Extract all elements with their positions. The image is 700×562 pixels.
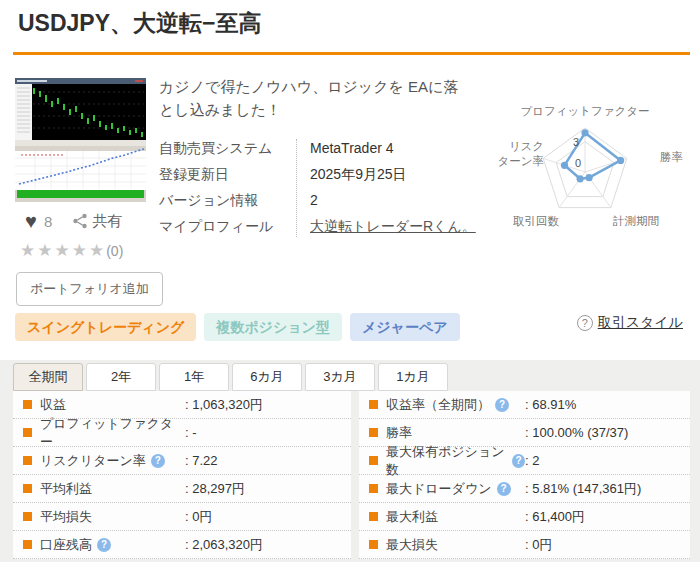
product-thumbnail-image[interactable]: [15, 78, 146, 202]
stat-row-max-drawdown: 最大ドローダウン ? : 5.81% (147,361円): [359, 475, 690, 503]
stat-row-balance: 口座残高 ? : 2,063,320円: [13, 531, 351, 559]
bullet-icon: [369, 512, 378, 521]
radar-data-point: [586, 174, 593, 181]
radar-axis-label-left-line1: リスク: [509, 140, 544, 152]
radar-scale-center-label: 0: [575, 157, 581, 169]
share-icon: [72, 213, 88, 229]
help-icon[interactable]: ?: [495, 398, 509, 412]
detail-row: 登録更新日 2025年9月25日: [159, 162, 494, 188]
detail-label: マイプロフィール: [159, 214, 296, 236]
detail-value: 2025年9月25日: [310, 162, 480, 184]
tab-all-period[interactable]: 全期間: [13, 363, 83, 391]
margin-bar: [17, 190, 144, 198]
tag-chip-1[interactable]: 複数ポジション型: [204, 313, 342, 341]
help-icon[interactable]: ?: [497, 482, 511, 496]
radar-axis-label-right: 勝率: [660, 151, 683, 163]
tab-6months[interactable]: 6カ月: [232, 363, 302, 391]
star-rating[interactable]: ★★★★★: [20, 240, 106, 261]
profile-link[interactable]: 大逆転トレーダーRくん。: [310, 214, 480, 236]
radar-data-point: [577, 175, 584, 182]
bullet-icon: [369, 484, 378, 493]
help-icon[interactable]: ?: [151, 454, 165, 468]
tag-chip-0[interactable]: スイングトレーディング: [15, 313, 196, 341]
detail-row: マイプロフィール 大逆転トレーダーRくん。: [159, 214, 494, 240]
title-divider: [13, 52, 690, 55]
detail-row: 自動売買システム MetaTrader 4: [159, 136, 494, 162]
radar-data-point: [581, 129, 588, 136]
bullet-icon: [23, 400, 32, 409]
stat-row-max-positions: 最大保有ポジション数 ? : 2: [359, 447, 690, 475]
bullet-icon: [23, 456, 32, 465]
tag-chip-2[interactable]: メジャーペア: [350, 313, 460, 341]
share-button[interactable]: 共有: [72, 212, 122, 231]
like-count: 8: [44, 213, 52, 230]
review-count: (0): [106, 243, 123, 259]
details-divider: [296, 139, 297, 237]
stat-row-max-loss: 最大損失 : 0円: [359, 531, 690, 559]
like-share-row: ♥ 8 共有: [25, 211, 122, 231]
stat-row-max-profit: 最大利益 : 61,400円: [359, 503, 690, 531]
tab-1month[interactable]: 1カ月: [378, 363, 448, 391]
radar-axis-label-bottom-right: 計測期間: [612, 215, 659, 227]
trade-style-group: ? 取引スタイル: [577, 314, 683, 332]
radar-axis-label-bottom-left: 取引回数: [513, 215, 560, 227]
stat-row-return-rate: 収益率（全期間） ? : 68.91%: [359, 391, 690, 419]
detail-label: バージョン情報: [159, 188, 296, 210]
share-label: 共有: [92, 212, 122, 231]
product-description: カジノで得たノウハウ、ロジックを EAに落とし込みました！: [159, 76, 471, 121]
radar-chart: プロフィットファクター 勝率 計測期間 取引回数 リスク ターン率 3 0: [478, 100, 696, 240]
detail-row: バージョン情報 2: [159, 188, 494, 214]
stat-row-risk-return: リスクリターン率 ? : 7.22: [13, 447, 351, 475]
bullet-icon: [23, 540, 32, 549]
help-icon[interactable]: ?: [512, 454, 525, 468]
bullet-icon: [369, 456, 378, 465]
tab-2years[interactable]: 2年: [86, 363, 156, 391]
bullet-icon: [23, 484, 32, 493]
stats-panel: 全期間 2年 1年 6カ月 3カ月 1カ月 収益 : 1,063,320円 プロ…: [0, 360, 700, 562]
tab-3months[interactable]: 3カ月: [305, 363, 375, 391]
rating-row: ★★★★★ (0): [20, 240, 123, 261]
like-heart-icon[interactable]: ♥: [25, 211, 37, 231]
help-icon[interactable]: ?: [97, 538, 111, 552]
bullet-icon: [369, 540, 378, 549]
tags-row: スイングトレーディング 複数ポジション型 メジャーペア ? 取引スタイル: [15, 313, 690, 343]
trade-style-link[interactable]: 取引スタイル: [598, 314, 683, 332]
detail-label: 自動売買システム: [159, 136, 296, 158]
stat-row-avg-profit: 平均利益 : 28,297円: [13, 475, 351, 503]
detail-label: 登録更新日: [159, 162, 296, 184]
period-tabs: 全期間 2年 1年 6カ月 3カ月 1カ月: [13, 363, 451, 391]
tab-1year[interactable]: 1年: [159, 363, 229, 391]
radar-axis-label-top: プロフィットファクター: [520, 105, 649, 117]
bullet-icon: [23, 428, 32, 437]
detail-value: 2: [310, 188, 480, 208]
radar-axis-label-left-line2: ターン率: [497, 155, 544, 167]
stat-row-profit-factor: プロフィットファクター : -: [13, 419, 351, 447]
trade-style-help-icon[interactable]: ?: [577, 315, 593, 331]
stats-column-left: 収益 : 1,063,320円 プロフィットファクター : - リスクリターン率…: [13, 391, 351, 559]
stats-column-right: 収益率（全期間） ? : 68.91% 勝率 : 100.00% (37/37)…: [359, 391, 690, 559]
add-portfolio-button[interactable]: ポートフォリオ追加: [16, 272, 163, 306]
candlestick-chart: [32, 84, 146, 140]
page-title: USDJPY、大逆転−至高: [18, 8, 261, 39]
bullet-icon: [369, 428, 378, 437]
detail-value: MetaTrader 4: [310, 136, 480, 156]
bullet-icon: [23, 512, 32, 521]
bullet-icon: [369, 400, 378, 409]
radar-data-point: [561, 162, 568, 169]
product-details-table: 自動売買システム MetaTrader 4 登録更新日 2025年9月25日 バ…: [159, 136, 494, 240]
stat-row-avg-loss: 平均損失 : 0円: [13, 503, 351, 531]
radar-scale-grid-label: 3: [573, 136, 579, 148]
product-page: USDJPY、大逆転−至高: [0, 0, 700, 562]
radar-data-point: [617, 157, 624, 164]
